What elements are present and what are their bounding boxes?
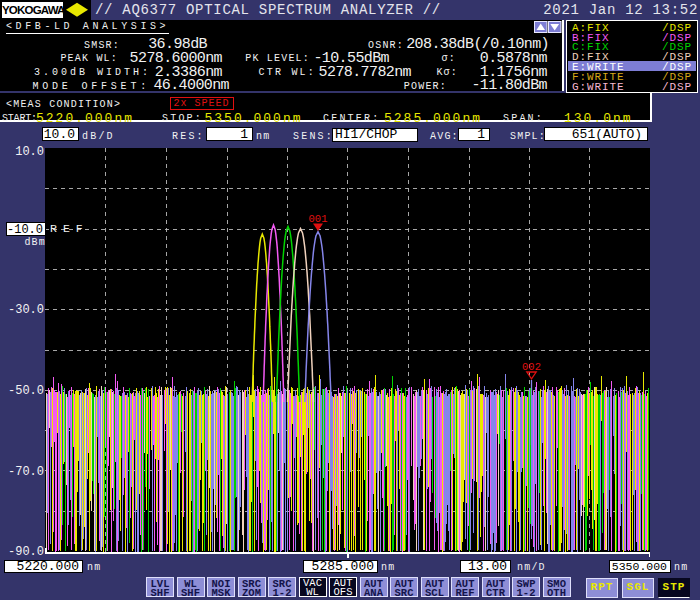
svg-text:002: 002 bbox=[522, 361, 541, 373]
svg-text:REF: REF bbox=[50, 222, 89, 235]
svg-text:001: 001 bbox=[309, 213, 328, 225]
